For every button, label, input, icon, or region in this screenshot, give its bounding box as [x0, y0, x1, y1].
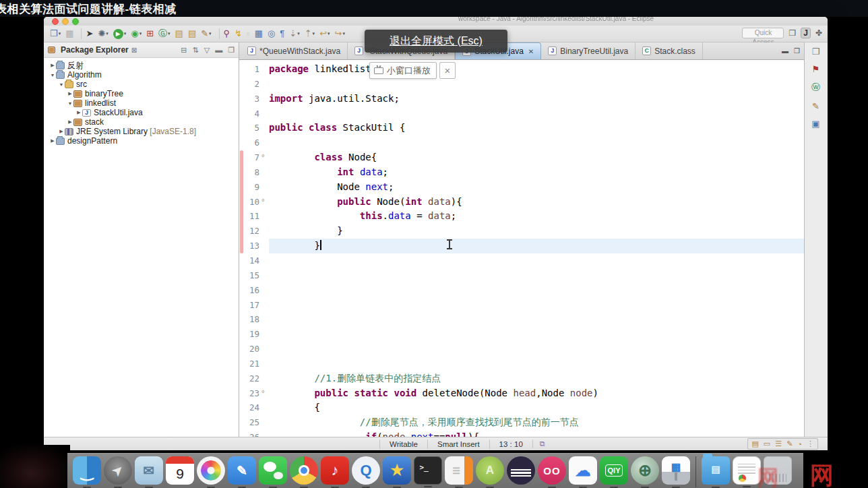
editor-tab-stackclass[interactable]: CStack.class: [636, 42, 703, 59]
status-tool-icon-0[interactable]: ▤: [751, 439, 758, 448]
next-annotation-icon[interactable]: ⇣▾: [288, 27, 300, 40]
zoom-window-button[interactable]: [72, 18, 79, 25]
dock-item-star-shield[interactable]: ★: [383, 456, 411, 485]
tree-expanded-arrow-icon[interactable]: ▼: [49, 73, 56, 78]
code-line[interactable]: 19: [239, 327, 804, 342]
maximize-editor-icon[interactable]: ❐: [794, 47, 800, 55]
code-line[interactable]: 7° class Node{: [239, 150, 804, 165]
close-window-button[interactable]: [52, 18, 59, 25]
dock-item-finder[interactable]: ‿: [73, 456, 101, 485]
tree-item-algorithm[interactable]: ▼Algorithm: [44, 70, 239, 80]
dock-item-quicktime[interactable]: Q: [352, 456, 380, 485]
dock-item-netease-music[interactable]: ♪: [321, 456, 349, 485]
java-perspective-button[interactable]: J: [801, 28, 811, 38]
status-overflow-icon[interactable]: ⋮: [807, 439, 814, 448]
code-line[interactable]: 26 if(node.next==null){: [239, 430, 804, 437]
tree-item-jresystemlibrary[interactable]: ▶JRE System Library [JavaSE-1.8]: [44, 127, 239, 136]
dock-item-keynote[interactable]: ▦: [662, 456, 690, 485]
package-explorer-header[interactable]: Package Explorer ⊠ ⊟⇅▽▬❐: [44, 42, 239, 58]
tree-item-stack[interactable]: ▶stack: [44, 117, 239, 127]
status-window-icon[interactable]: ⧉: [532, 439, 552, 448]
code-line[interactable]: 8 int data;: [239, 165, 804, 180]
code-line[interactable]: 13 }: [239, 239, 804, 253]
dock-item-photos[interactable]: [197, 456, 225, 485]
search-icon[interactable]: ⚲: [223, 27, 231, 40]
code-line[interactable]: 10° public Node(int data){: [239, 195, 804, 210]
dock-item-wechat[interactable]: [259, 456, 287, 485]
dock-item-baidu-netdisk[interactable]: ☁: [569, 456, 597, 485]
disabled-icon[interactable]: ▫: [246, 27, 251, 40]
status-tool-icon-1[interactable]: ▭: [764, 439, 770, 448]
window-titlebar[interactable]: workspace - Java - Algorithm/src/linkedl…: [44, 17, 828, 26]
dock-item-notes[interactable]: ✎: [228, 456, 256, 485]
tree-item-[interactable]: ▶反射: [44, 61, 239, 70]
forward-icon[interactable]: ↪▾: [334, 27, 346, 40]
explorer-toolbar-icon[interactable]: ▬: [215, 46, 222, 55]
problems-icon[interactable]: ⚑: [812, 64, 820, 74]
dropdown-arrow-icon[interactable]: ▾: [59, 31, 61, 36]
dropdown-arrow-icon[interactable]: ▾: [209, 31, 212, 36]
editor-tab-queuewithstackjava[interactable]: J*QueueWithStack.java: [241, 42, 348, 59]
tree-item-designpattern[interactable]: ▶designPattern: [44, 136, 239, 146]
coverage-icon[interactable]: ◉▾: [130, 27, 142, 40]
javadoc-icon[interactable]: ⓦ: [811, 82, 820, 94]
table-icon[interactable]: ▦: [254, 27, 264, 40]
dock-item-android-studio[interactable]: A: [476, 456, 504, 485]
code-line[interactable]: 22 //1.删除单链表中的指定结点: [239, 371, 804, 386]
pointer-icon[interactable]: ➤: [85, 27, 94, 40]
wand-icon[interactable]: ✎▾: [200, 27, 212, 40]
code-line[interactable]: 17: [239, 298, 804, 313]
code-line[interactable]: 4: [239, 106, 804, 121]
tree-item-linkedlist[interactable]: ▼linkedlist: [44, 98, 239, 108]
tree-item-stackutiljava[interactable]: ▶JStackUtil.java: [44, 108, 239, 117]
code-line[interactable]: 9 Node next;: [239, 180, 804, 195]
console-icon[interactable]: ▣: [811, 119, 819, 129]
explorer-toolbar-icon[interactable]: ⇅: [192, 46, 198, 55]
dock-item-folder-documents[interactable]: ▤: [702, 456, 730, 485]
code-line[interactable]: 20: [239, 342, 804, 357]
dropdown-arrow-icon[interactable]: ▾: [168, 31, 170, 36]
code-line[interactable]: 21: [239, 357, 804, 371]
editor-tab-binarytreeutiljava[interactable]: JBinaryTreeUtil.java: [541, 42, 636, 59]
dropdown-arrow-icon[interactable]: ▾: [106, 31, 108, 36]
tree-collapsed-arrow-icon[interactable]: ▶: [75, 110, 82, 115]
debug-config-icon[interactable]: ✺▾: [97, 27, 108, 40]
code-line[interactable]: 14: [239, 253, 804, 268]
code-line[interactable]: 18: [239, 312, 804, 327]
explorer-toolbar-icon[interactable]: ❐: [228, 46, 235, 55]
dropdown-arrow-icon[interactable]: ▾: [124, 31, 127, 36]
dock-item-mail[interactable]: ✉: [135, 456, 163, 485]
tab-close-icon[interactable]: ✕: [528, 48, 534, 55]
tree-collapsed-arrow-icon[interactable]: ▶: [67, 119, 73, 125]
dock-item-card-index[interactable]: ☰: [445, 456, 473, 485]
code-line[interactable]: 16: [239, 283, 804, 298]
code-line[interactable]: 1package linkedlist;: [239, 62, 804, 77]
code-line[interactable]: 5public class StackUtil {: [239, 121, 804, 135]
minimize-window-button[interactable]: [62, 18, 69, 25]
dock-item-oo-app[interactable]: OO: [538, 456, 566, 485]
explorer-toolbar-icon[interactable]: ▽: [204, 46, 210, 55]
tree-collapsed-arrow-icon[interactable]: ▶: [49, 63, 56, 68]
dock-item-chrome[interactable]: [290, 456, 318, 485]
code-line[interactable]: 2: [239, 77, 804, 92]
code-line[interactable]: 24 {: [239, 400, 804, 415]
new-java-icon[interactable]: ⊞: [146, 27, 154, 40]
annotation-icon[interactable]: ◎: [267, 27, 276, 40]
code-line[interactable]: 15: [239, 268, 804, 283]
dock-item-calendar[interactable]: 9: [166, 456, 194, 485]
status-tool-icon-2[interactable]: ☰: [775, 439, 782, 448]
open-folder2-icon[interactable]: ▤: [187, 27, 197, 40]
dropdown-arrow-icon[interactable]: ▾: [342, 31, 345, 36]
quick-access-input[interactable]: Quick Access: [742, 28, 784, 38]
pilcrow-icon[interactable]: ¶: [279, 27, 285, 40]
gc-icon[interactable]: Ⓖ▾: [158, 27, 171, 40]
prev-annotation-icon[interactable]: ⇡▾: [304, 27, 315, 40]
status-tool-icon-3[interactable]: ✎: [786, 439, 793, 448]
restore-view-icon[interactable]: ❒: [812, 47, 820, 57]
tree-expanded-arrow-icon[interactable]: ▼: [58, 82, 65, 87]
dock-item-iqiyi[interactable]: QIY: [600, 456, 628, 485]
code-line[interactable]: 3import java.util.Stack;: [239, 92, 804, 106]
open-perspective-icon[interactable]: ❒: [788, 28, 796, 38]
tree-collapsed-arrow-icon[interactable]: ▶: [49, 138, 56, 144]
explorer-toolbar-icon[interactable]: ⊟: [181, 46, 187, 55]
